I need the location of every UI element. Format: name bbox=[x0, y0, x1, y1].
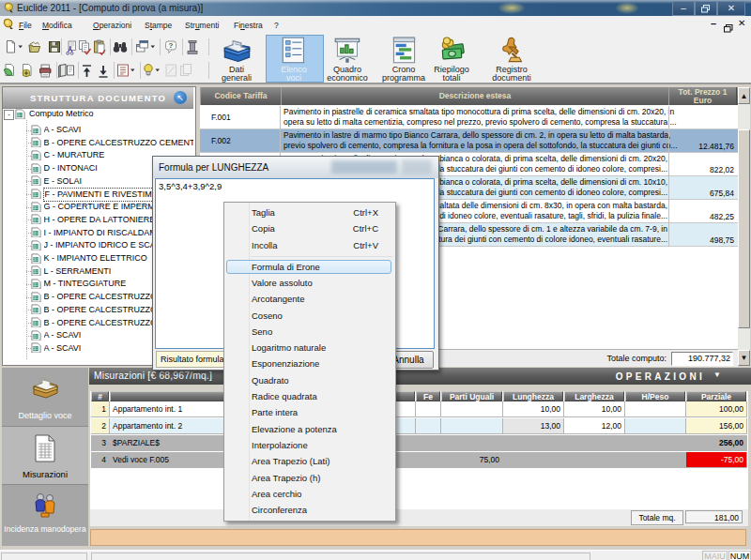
svg-text:?: ? bbox=[169, 41, 174, 50]
